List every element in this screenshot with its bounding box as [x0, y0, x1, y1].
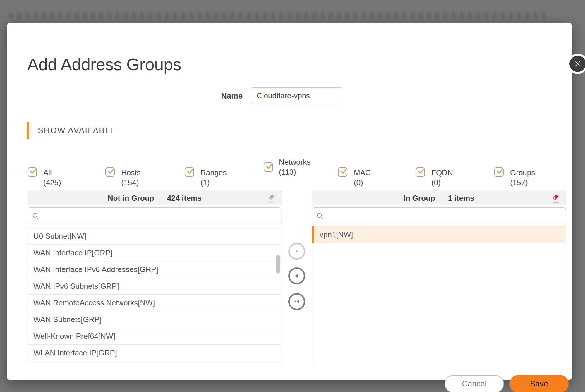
name-input[interactable] [251, 87, 342, 104]
check-icon [107, 167, 115, 176]
section-title: SHOW AVAILABLE [38, 126, 116, 135]
checkbox-ranges[interactable] [185, 167, 194, 177]
in-group-search [312, 207, 566, 224]
check-icon [417, 167, 426, 176]
filter-label[interactable]: All (425) [43, 168, 61, 188]
checkbox-groups[interactable] [494, 167, 504, 177]
save-button[interactable]: Save [509, 375, 569, 392]
filter-label[interactable]: Groups (157) [510, 168, 535, 188]
remove-from-group-button[interactable] [288, 267, 305, 284]
in-group-search-input[interactable] [327, 208, 561, 224]
list-item[interactable]: U0 Subnet[NW] [28, 228, 282, 245]
not-in-group-count: 424 items [167, 194, 202, 203]
list-item[interactable]: WAN Subnets[GRP] [28, 311, 282, 328]
screen: { "modal": { "title": "Add Address Group… [0, 0, 585, 392]
check-icon [29, 167, 37, 176]
dialog-title: Add Address Groups [27, 55, 181, 73]
filter-label[interactable]: Ranges (1) [200, 168, 227, 188]
not-in-group-search-input[interactable] [43, 208, 277, 224]
background-artifact-band [9, 12, 550, 19]
vertical-scrollbar[interactable] [276, 255, 280, 274]
section-accent-bar [27, 122, 29, 139]
add-address-groups-dialog: Add Address Groups Name SHOW AVAILABLE A… [7, 23, 572, 380]
checkbox-mac[interactable] [338, 167, 347, 177]
clear-selection-icon[interactable] [267, 194, 276, 203]
double-arrow-left-icon [293, 298, 301, 305]
move-to-group-button[interactable] [288, 243, 305, 260]
list-item[interactable]: WAN Interface IPv6 Addresses[GRP] [28, 261, 282, 278]
check-icon [495, 167, 504, 176]
list-item[interactable]: WAN IPv6 Subnets[GRP] [28, 278, 282, 295]
list-item[interactable]: WAN RemoteAccess Networks[NW] [28, 295, 282, 311]
close-icon [574, 60, 581, 68]
check-icon [186, 167, 195, 176]
close-button[interactable] [569, 56, 585, 72]
filter-label[interactable]: MAC (0) [354, 168, 371, 188]
arrow-left-icon [293, 272, 301, 280]
not-in-group-list: U0 Subnet[NW] WAN Interface IP[GRP] WAN … [28, 226, 282, 363]
checkbox-networks[interactable] [264, 162, 273, 172]
list-item[interactable]: WLAN Interface IP[GRP] [28, 345, 282, 361]
checkbox-fqdn[interactable] [416, 167, 425, 177]
arrow-right-icon [293, 247, 301, 255]
cancel-button[interactable]: Cancel [445, 375, 504, 392]
search-icon [316, 212, 324, 221]
list-item[interactable]: WAN Interface IP[GRP] [28, 245, 282, 261]
filter-label[interactable]: Networks (113) [279, 157, 310, 177]
selected-list-item[interactable]: vpn1[NW] [312, 226, 566, 243]
filter-label[interactable]: Hosts (154) [121, 168, 140, 188]
filter-label[interactable]: FQDN (0) [431, 168, 453, 188]
name-label: Name [209, 92, 243, 101]
in-group-title: In Group [404, 194, 435, 203]
list-item[interactable]: Well-Known Pref64[NW] [28, 328, 282, 345]
not-in-group-search [28, 207, 282, 224]
checkbox-all[interactable] [28, 167, 37, 177]
not-in-group-header: Not in Group 424 items [28, 191, 282, 205]
clear-group-icon[interactable] [551, 194, 560, 203]
check-icon [265, 162, 274, 171]
checkbox-hosts[interactable] [105, 167, 115, 177]
in-group-header: In Group 1 items [312, 191, 566, 205]
not-in-group-title: Not in Group [108, 194, 154, 203]
in-group-count: 1 items [448, 194, 474, 203]
check-icon [339, 167, 348, 176]
remove-all-from-group-button[interactable] [288, 293, 305, 310]
search-icon [32, 212, 40, 221]
in-group-list: vpn1[NW] [312, 226, 566, 363]
